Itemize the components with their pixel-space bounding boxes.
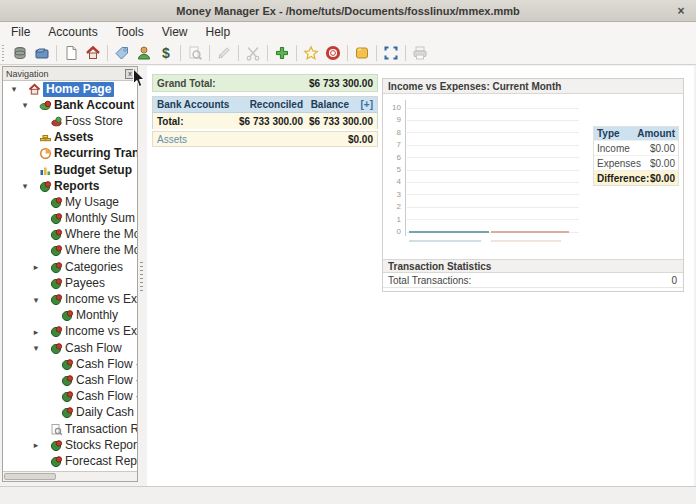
chart-gridline [407, 182, 579, 183]
tree-item-forecast-repo[interactable]: Forecast Repo [3, 453, 137, 469]
fullscreen-icon[interactable] [380, 43, 402, 63]
tree-item-where-the-mo[interactable]: Where the Mo [3, 227, 137, 243]
menu-view[interactable]: View [153, 23, 197, 41]
window-close-button[interactable]: × [674, 4, 688, 18]
tree-item-cash-flow[interactable]: Cash Flow - [3, 372, 137, 388]
chart-legend-table: Type Amount Income$0.00Expenses$0.00Diff… [593, 126, 679, 186]
tree-item-label: Income vs Ex [65, 324, 137, 339]
legend-row-label: Difference: [597, 173, 650, 184]
total-transactions-value: 0 [671, 275, 683, 286]
chevron-down-icon[interactable]: ▾ [19, 100, 31, 110]
toolbar-separator [267, 45, 268, 61]
chevron-right-icon[interactable]: ▸ [30, 327, 42, 337]
tree-item-stocks-report[interactable]: ▸Stocks Report [3, 437, 137, 453]
income-expenses-header: Income vs Expenses: Current Month [383, 79, 683, 94]
recurring-icon [39, 147, 52, 160]
gold-icon[interactable] [351, 43, 373, 63]
tree-item-monthly-sum[interactable]: Monthly Sum [3, 211, 137, 227]
chevron-down-icon[interactable]: ▾ [19, 181, 31, 191]
tree-item-monthly[interactable]: Monthly [3, 308, 137, 324]
transaction-stats-title: Transaction Statistics [383, 261, 491, 272]
tree-item-where-the-mo[interactable]: Where the Mo [3, 243, 137, 259]
home-icon[interactable] [82, 43, 104, 63]
home-icon [28, 83, 41, 96]
assets-link[interactable]: Assets [157, 134, 348, 145]
assets-icon [39, 131, 52, 144]
grand-total-label: Grand Total: [157, 78, 309, 89]
chart-gridline [407, 207, 579, 208]
money-icon [39, 99, 52, 112]
assets-value: $0.00 [348, 134, 373, 145]
tree-item-label: Payees [65, 276, 105, 291]
chevron-down-icon[interactable]: ▾ [30, 295, 42, 305]
tree-item-cash-flow[interactable]: Cash Flow - [3, 389, 137, 405]
y-axis-tick-label: 7 [383, 141, 401, 149]
legend-type-header: Type [597, 128, 637, 139]
tree-item-bank-account[interactable]: ▾Bank Account [3, 97, 137, 113]
menu-help[interactable]: Help [197, 23, 240, 41]
tree-item-income-vs-ex[interactable]: ▾Income vs Ex [3, 291, 137, 307]
tree-item-transaction-r[interactable]: Transaction R [3, 421, 137, 437]
chevron-down-icon[interactable]: ▾ [30, 343, 42, 353]
tree-item-label: Forecast Repo [65, 454, 137, 469]
budget-icon [39, 164, 52, 177]
report-icon [50, 196, 63, 209]
open-database-icon[interactable] [31, 43, 53, 63]
window-title: Money Manager Ex - /home/tuts/Documents/… [176, 5, 520, 17]
tree-item-label: Monthly Sum [65, 211, 135, 226]
bank-accounts-box: Bank Accounts Reconciled Balance [+] Tot… [152, 96, 378, 129]
report-icon [50, 212, 63, 225]
star-icon[interactable] [300, 43, 322, 63]
tree-item-label: Foss Store [65, 114, 123, 129]
edit-icon [213, 43, 235, 63]
tree-item-my-usage[interactable]: My Usage [3, 194, 137, 210]
tree-item-label: Recurring Tran [54, 146, 137, 161]
menu-tools[interactable]: Tools [107, 23, 153, 41]
tree-item-daily-cash[interactable]: Daily Cash [3, 405, 137, 421]
tag-icon[interactable] [111, 43, 133, 63]
tree-item-cash-flow[interactable]: ▾Cash Flow [3, 340, 137, 356]
assets-box: Assets $0.00 [152, 131, 378, 147]
toolbar-grip-handle[interactable] [1, 45, 6, 62]
tree-item-home-page[interactable]: ▾Home Page [3, 81, 137, 97]
tree-item-payees[interactable]: Payees [3, 275, 137, 291]
chevron-right-icon[interactable]: ▸ [30, 440, 42, 450]
add-transaction-icon[interactable] [271, 43, 293, 63]
tree-item-foss-store[interactable]: Foss Store [3, 113, 137, 129]
tree-item-budget-setup[interactable]: Budget Setup [3, 162, 137, 178]
report-icon [61, 390, 74, 403]
menu-bar: FileAccountsToolsViewHelp [0, 22, 696, 42]
tree-item-reports[interactable]: ▾Reports [3, 178, 137, 194]
nav-horizontal-scrollbar[interactable] [3, 471, 137, 481]
tree-item-recurring-tran[interactable]: Recurring Tran [3, 146, 137, 162]
navigation-tree: ▾Home Page▾Bank AccountFoss StoreAssetsR… [3, 81, 137, 473]
search-icon [184, 43, 206, 63]
report-icon [50, 342, 63, 355]
menu-file[interactable]: File [2, 23, 39, 41]
tree-item-categories[interactable]: ▸Categories [3, 259, 137, 275]
lifebuoy-icon[interactable] [322, 43, 344, 63]
tree-item-label: Budget Setup [54, 163, 132, 178]
tree-item-cash-flow[interactable]: Cash Flow - [3, 356, 137, 372]
splitter-sash[interactable] [140, 262, 143, 294]
income-expenses-panel: Income vs Expenses: Current Month 109876… [382, 78, 684, 292]
new-file-icon[interactable] [60, 43, 82, 63]
tree-item-label: Daily Cash [76, 405, 134, 420]
store-icon [50, 115, 63, 128]
new-database-icon[interactable] [9, 43, 31, 63]
app-window: Money Manager Ex - /home/tuts/Documents/… [0, 0, 696, 504]
currency-dollar-icon[interactable]: $ [155, 43, 177, 63]
payee-icon[interactable] [133, 43, 155, 63]
menu-accounts[interactable]: Accounts [39, 23, 106, 41]
reconciled-header: Reconciled [231, 99, 303, 110]
tree-item-assets[interactable]: Assets [3, 130, 137, 146]
nav-scrollbar-thumb[interactable] [4, 473, 56, 480]
bank-accounts-total-row: Total: $6 733 300.00 $6 733 300.00 [153, 113, 377, 129]
toolbar-separator [347, 45, 348, 61]
bank-accounts-header: Bank Accounts [157, 99, 231, 110]
legend-row-income: Income$0.00 [594, 140, 678, 155]
tree-item-income-vs-ex[interactable]: ▸Income vs Ex [3, 324, 137, 340]
chevron-right-icon[interactable]: ▸ [30, 262, 42, 272]
chevron-down-icon[interactable]: ▾ [8, 84, 20, 94]
expand-accounts-link[interactable]: [+] [349, 99, 373, 110]
